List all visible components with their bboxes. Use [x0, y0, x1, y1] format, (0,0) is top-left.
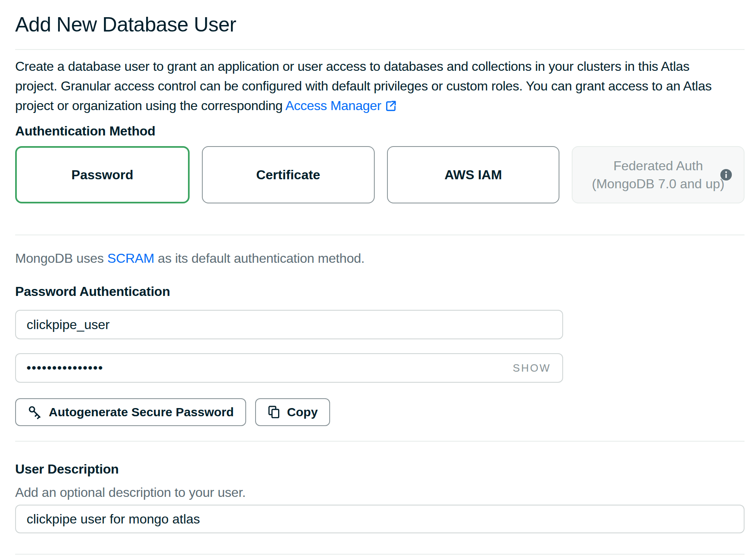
external-link-icon — [385, 98, 398, 117]
auth-method-heading: Authentication Method — [15, 123, 745, 139]
auth-section-divider — [15, 235, 745, 235]
intro-line-3: project or organization using the corres… — [15, 96, 745, 117]
auth-option-aws-iam[interactable]: AWS IAM — [387, 146, 560, 203]
auth-option-federated-auth[interactable]: Federated Auth (MongoDB 7.0 and up) — [572, 146, 745, 203]
bottom-divider — [15, 554, 745, 555]
title-divider — [15, 49, 745, 50]
auth-option-password[interactable]: Password — [15, 146, 190, 203]
copy-button[interactable]: Copy — [255, 398, 330, 426]
copy-icon — [267, 405, 281, 419]
info-icon[interactable] — [720, 169, 732, 181]
auth-option-password-label: Password — [71, 167, 133, 183]
access-manager-link[interactable]: Access Manager — [285, 98, 381, 113]
password-input[interactable] — [15, 353, 563, 383]
user-description-input[interactable] — [15, 505, 745, 533]
user-description-heading: User Description — [15, 461, 745, 477]
password-actions-row: Autogenerate Secure Password Copy — [15, 398, 745, 426]
intro-paragraph: Create a database user to grant an appli… — [15, 56, 745, 117]
add-database-user-panel: Add New Database User Create a database … — [0, 0, 756, 555]
auth-method-options: Password Certificate AWS IAM Federated A… — [15, 146, 745, 203]
intro-line-2: project. Granular access control can be … — [15, 76, 745, 96]
autogenerate-password-label: Autogenerate Secure Password — [49, 405, 234, 419]
auth-option-aws-iam-label: AWS IAM — [444, 167, 502, 183]
username-input[interactable] — [15, 310, 563, 339]
show-password-button[interactable]: SHOW — [513, 362, 551, 375]
intro-line-1: Create a database user to grant an appli… — [15, 56, 745, 76]
auth-option-certificate-label: Certificate — [256, 167, 320, 183]
intro-line-3-text: project or organization using the corres… — [15, 98, 285, 113]
autogenerate-password-button[interactable]: Autogenerate Secure Password — [15, 398, 246, 426]
auth-option-certificate[interactable]: Certificate — [202, 146, 375, 203]
scram-link[interactable]: SCRAM — [107, 251, 154, 266]
page-title: Add New Database User — [15, 0, 745, 37]
key-icon — [27, 405, 42, 420]
password-field-row: SHOW — [15, 353, 563, 383]
user-description-helper: Add an optional description to your user… — [15, 484, 745, 501]
auth-option-federated-auth-label: Federated Auth (MongoDB 7.0 and up) — [592, 157, 724, 193]
password-auth-heading: Password Authentication — [15, 284, 745, 299]
copy-label: Copy — [287, 405, 318, 419]
scram-note: MongoDB uses SCRAM as its default authen… — [15, 250, 745, 266]
password-section-divider — [15, 441, 745, 442]
